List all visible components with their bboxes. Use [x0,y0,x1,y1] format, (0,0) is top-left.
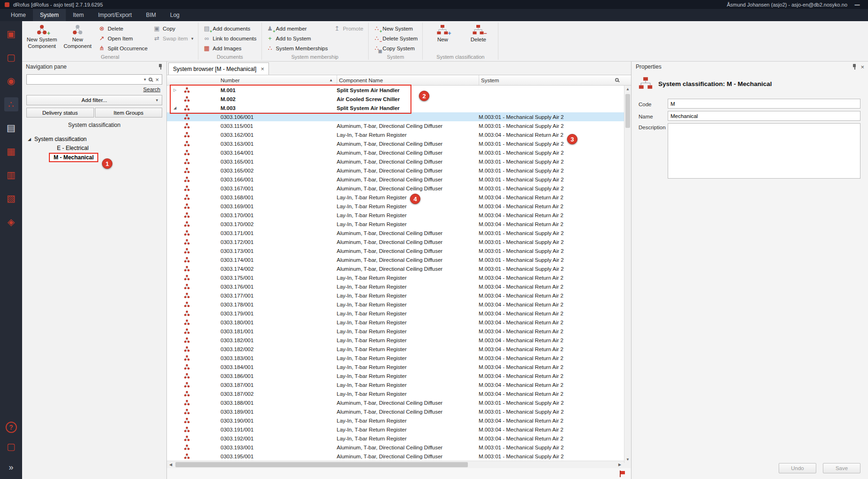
systems-icon[interactable]: ∴ [4,97,18,111]
table-row[interactable]: 0303.182/001 Lay-In, T-bar Return Regist… [167,336,631,345]
lock-icon[interactable]: ▢ [4,440,18,454]
add-filter-button[interactable]: Add filter... ▾ [26,95,162,105]
table-row[interactable]: 0303.115/001 Aluminum, T-bar, Directiona… [167,121,631,130]
table-row[interactable]: 0303.168/001 Lay-In, T-bar Return Regist… [167,193,631,202]
tree-item-system-classification[interactable]: ◢ System classification [28,134,166,143]
search-icon[interactable] [149,78,152,81]
table-row[interactable]: 0303.175/001 Lay-In, T-bar Return Regist… [167,273,631,282]
table-row[interactable]: ▷ M.001 Split System Air Handler [167,86,631,94]
column-header-number[interactable]: Number ▲ [197,75,337,85]
add-to-system-button[interactable]: + Add to System [265,34,330,42]
pin-icon[interactable] [158,64,163,70]
expand-icon[interactable]: » [4,460,18,474]
table-row[interactable]: 0303.174/001 Aluminum, T-bar, Directiona… [167,255,631,264]
table-row[interactable]: 0303.193/001 Aluminum, T-bar, Directiona… [167,443,631,452]
new-system-component-button[interactable]: + New System Component [25,22,59,50]
reports-icon[interactable]: ▧ [4,191,18,205]
table-row[interactable]: 0303.171/001 Aluminum, T-bar, Directiona… [167,228,631,237]
new-component-button[interactable]: New Component [61,22,95,50]
open-item-button[interactable]: ↗ Open Item [96,34,150,42]
delete-button[interactable]: ⊗ Delete [96,24,150,32]
table-row[interactable]: 0303.189/001 Aluminum, T-bar, Directiona… [167,407,631,416]
table-row[interactable]: 0303.180/001 Lay-In, T-bar Return Regist… [167,318,631,327]
table-row[interactable]: 0303.184/001 Lay-In, T-bar Return Regist… [167,362,631,371]
tab-item-groups[interactable]: Item Groups [95,108,163,118]
table-row[interactable]: 0303.190/001 Lay-In, T-bar Return Regist… [167,416,631,425]
scroll-left-icon[interactable]: ◀ [167,461,174,468]
tree-item-mechanical[interactable]: M - Mechanical 1 [28,153,166,162]
table-row[interactable]: 0303.183/001 Lay-In, T-bar Return Regist… [167,353,631,362]
table-row[interactable]: 0303.182/002 Lay-In, T-bar Return Regist… [167,345,631,353]
pin-icon[interactable] [852,64,857,70]
table-row[interactable]: 0303.176/001 Lay-In, T-bar Return Regist… [167,282,631,291]
tree-expander-icon[interactable]: ◢ [28,137,31,141]
minimize-icon[interactable]: — [851,2,863,8]
table-row[interactable]: 0303.188/001 Aluminum, T-bar, Directiona… [167,398,631,407]
vertical-scrollbar[interactable]: ▲ ▼ [624,86,631,463]
book-icon[interactable]: ▥ [4,168,18,182]
scroll-right-icon[interactable]: ▶ [616,461,623,468]
table-row[interactable]: 0303.162/001 Lay-In, T-bar Return Regist… [167,130,631,139]
table-row[interactable]: 0303.165/001 Aluminum, T-bar, Directiona… [167,157,631,166]
table-row[interactable]: 0303.174/002 Aluminum, T-bar, Directiona… [167,264,631,273]
vertical-scrollbar-thumb[interactable] [625,94,630,128]
table-row[interactable]: 0303.177/001 Lay-In, T-bar Return Regist… [167,291,631,300]
table-row[interactable]: 0303.181/001 Lay-In, T-bar Return Regist… [167,327,631,336]
table-row[interactable]: 0303.170/002 Lay-In, T-bar Return Regist… [167,220,631,228]
delete-system-button[interactable]: ∴− Delete System [371,34,420,42]
menu-tab-home[interactable]: Home [4,9,33,21]
table-row[interactable]: 0303.163/001 Aluminum, T-bar, Directiona… [167,139,631,148]
table-row[interactable]: 0303.178/001 Lay-In, T-bar Return Regist… [167,300,631,309]
rooms-icon[interactable]: ▢ [4,50,18,64]
table-row[interactable]: 0303.187/002 Lay-In, T-bar Return Regist… [167,389,631,398]
documents-icon[interactable]: ▤ [4,121,18,135]
table-row[interactable]: 0303.192/001 Lay-In, T-bar Return Regist… [167,434,631,443]
table-row[interactable]: 0303.173/001 Aluminum, T-bar, Directiona… [167,246,631,255]
table-search-icon[interactable] [615,77,619,83]
classification-new-button[interactable]: + New [426,22,459,43]
tab-close-icon[interactable]: × [260,66,264,72]
table-row[interactable]: 0303.179/001 Lay-In, T-bar Return Regist… [167,309,631,318]
org-chart-icon[interactable]: ◈ [4,215,18,229]
table-row[interactable]: ◢ M.003 Split System Air Handler [167,103,631,112]
products-icon[interactable]: ◉ [4,74,18,88]
table-row[interactable]: 0303.187/001 Lay-In, T-bar Return Regist… [167,380,631,389]
row-expander-icon[interactable]: ▷ [167,88,183,92]
search-clear-icon[interactable]: × [155,77,159,83]
table-row[interactable]: 0303.167/001 Aluminum, T-bar, Directiona… [167,184,631,193]
table-row[interactable]: 0303.106/001 M.003:01 - Mechanical Suppl… [167,112,631,121]
menu-tab-system[interactable]: System [33,9,66,21]
filter-flag-icon[interactable] [619,471,625,477]
menu-tab-bim[interactable]: BIM [139,9,163,21]
code-field[interactable] [668,99,860,109]
scroll-down-icon[interactable]: ▼ [624,456,631,463]
scroll-up-icon[interactable]: ▲ [624,86,631,93]
table-row[interactable]: 0303.170/001 Lay-In, T-bar Return Regist… [167,211,631,220]
horizontal-scrollbar[interactable]: ◀ ▶ [167,461,631,468]
table-row[interactable]: 0303.172/001 Aluminum, T-bar, Directiona… [167,237,631,246]
add-documents-button[interactable]: ▤+ Add documents [201,24,258,32]
search-input[interactable] [30,76,140,83]
close-icon[interactable]: × [860,64,864,70]
promote-button[interactable]: ↥ Promote [331,24,365,32]
copy-system-button[interactable]: ∴▣ Copy System [371,44,420,52]
copy-button[interactable]: ▣ Copy [151,24,195,32]
search-chevron-down-icon[interactable]: ▾ [144,77,146,82]
menu-tab-item[interactable]: Item [66,9,91,21]
column-header-component-name[interactable]: Component Name [337,75,479,85]
search-link[interactable]: Search [143,86,160,92]
new-system-button[interactable]: ∴+ New System [371,24,420,32]
help-icon[interactable]: ? [6,422,17,433]
link-to-documents-button[interactable]: ∞ Link to documents [201,34,258,42]
tree-item-electrical[interactable]: E - Electrical [28,143,166,153]
name-field[interactable] [668,111,860,121]
menu-tab-log[interactable]: Log [163,9,187,21]
classification-delete-button[interactable]: − Delete [461,22,495,43]
system-memberships-button[interactable]: ∴ System Memberships [265,44,330,52]
table-row[interactable]: M.002 Air Cooled Screw Chiller [167,94,631,103]
table-row[interactable]: 0303.186/001 Lay-In, T-bar Return Regist… [167,371,631,380]
row-expander-icon[interactable]: ◢ [167,106,183,110]
undo-button[interactable]: Undo [779,463,816,473]
tab-system-browser[interactable]: System browser [M - Mechanical] × [168,63,269,75]
table-row[interactable]: 0303.169/001 Lay-In, T-bar Return Regist… [167,202,631,211]
